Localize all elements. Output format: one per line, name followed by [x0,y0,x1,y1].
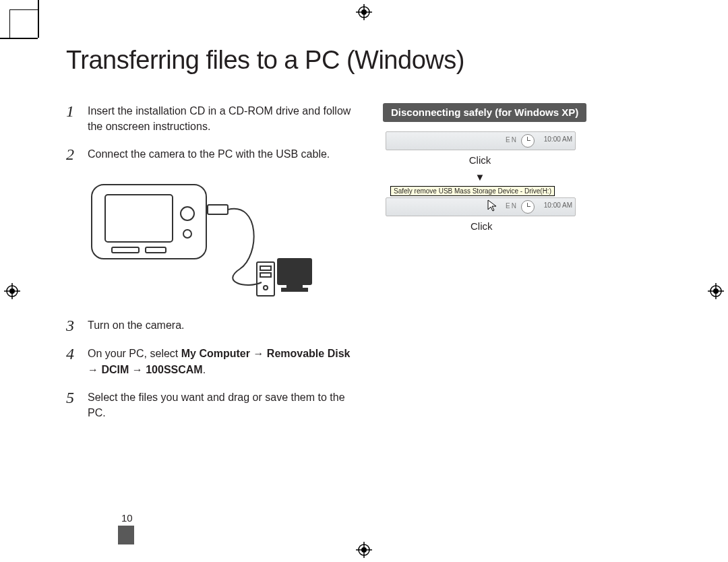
step-text: On your PC, select My Computer → Removab… [88,346,356,377]
registration-mark-bottom [356,542,372,558]
tray-lang: EN [506,202,518,210]
svg-rect-27 [278,259,311,284]
crop-ext-v [38,0,39,38]
crop-ext-h [0,38,38,39]
taskbar-2: Safely remove USB Mass Storage Device - … [386,197,576,216]
svg-rect-20 [112,247,139,253]
step-text: Connect the camera to the PC with the US… [88,146,356,162]
registration-mark-right [708,283,724,299]
step-text: Insert the installation CD in a CD-ROM d… [88,103,356,134]
step-number: 3 [66,317,78,334]
taskbar-1: EN 10:00 AM [386,131,576,150]
tray-lang: EN [506,136,518,144]
svg-point-18 [181,207,194,220]
click-label-1: Click [383,154,577,166]
svg-point-19 [183,230,191,238]
click-label-2: Click [383,220,665,232]
svg-rect-29 [282,288,307,291]
svg-rect-23 [257,262,274,296]
tray-clock: 10:00 AM [544,135,572,143]
svg-rect-17 [105,195,173,242]
step-5: 5 Select the files you want and drag or … [66,389,356,420]
tray-clock: 10:00 AM [544,201,572,209]
registration-mark-top [356,4,372,20]
step-4: 4 On your PC, select My Computer → Remov… [66,346,356,377]
disconnect-panel-title: Disconnecting safely (for Windows XP) [383,103,586,122]
page-body: Transferring files to a PC (Windows) 1 I… [66,46,673,433]
page-tab [118,526,134,544]
camera-pc-illustration [85,175,356,305]
svg-rect-25 [260,273,271,277]
svg-rect-21 [146,247,166,253]
step-2: 2 Connect the camera to the PC with the … [66,146,356,162]
steps-column: 1 Insert the installation CD in a CD-ROM… [66,103,356,433]
svg-point-26 [264,286,268,290]
step-text: Select the files you want and drag or sa… [88,389,356,420]
safely-remove-icon[interactable] [521,200,535,214]
step-number: 1 [66,103,78,134]
step-number: 4 [66,346,78,377]
page-number: 10 [121,512,133,524]
safely-remove-icon[interactable] [521,134,535,148]
svg-rect-24 [260,266,271,270]
step-3: 3 Turn on the camera. [66,317,356,334]
down-arrow-icon: ▼ [383,171,577,183]
step4-pre: On your PC, select [88,348,181,359]
step-number: 2 [66,146,78,162]
crop-mark-tl [9,9,38,38]
svg-rect-22 [208,205,228,214]
safely-remove-tooltip[interactable]: Safely remove USB Mass Storage Device - … [390,186,555,196]
step4-post: . [203,364,206,375]
registration-mark-left [4,283,20,299]
step-number: 5 [66,389,78,420]
step-text: Turn on the camera. [88,317,356,334]
page-title: Transferring files to a PC (Windows) [66,46,673,75]
disconnect-column: Disconnecting safely (for Windows XP) EN… [383,103,673,433]
step-1: 1 Insert the installation CD in a CD-ROM… [66,103,356,134]
cursor-icon [487,199,498,216]
